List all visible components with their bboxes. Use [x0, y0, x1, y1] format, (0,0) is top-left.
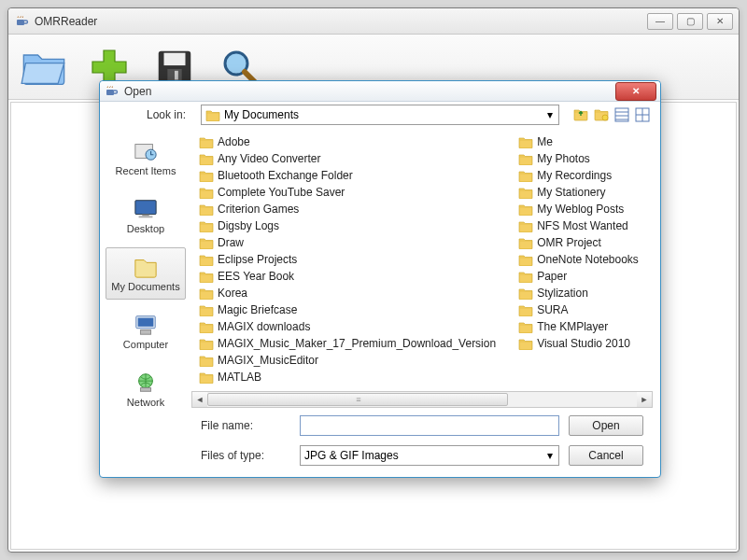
file-type-select[interactable]: JPG & GIF Images ▾ — [300, 445, 559, 466]
folder-name: Bluetooth Exchange Folder — [218, 169, 353, 182]
folder-item[interactable]: MATLAB — [199, 369, 496, 385]
folder-name: NFS Most Wanted — [537, 219, 628, 232]
look-in-select[interactable]: My Documents ▾ — [201, 105, 559, 125]
folder-icon — [199, 152, 214, 165]
folder-name: Draw — [218, 236, 244, 249]
folder-item[interactable]: My Stationery — [518, 184, 639, 201]
place-my-documents[interactable]: My Documents — [106, 247, 186, 300]
folder-item[interactable]: Any Video Converter — [199, 150, 496, 167]
folder-icon — [518, 270, 533, 283]
folder-item[interactable]: MAGIX_MusicEditor — [199, 352, 496, 369]
place-label: Computer — [123, 339, 168, 350]
folder-item[interactable]: OMR Project — [518, 234, 639, 251]
folder-name: Adobe — [218, 135, 250, 148]
folder-item[interactable]: Draw — [199, 234, 496, 251]
place-desktop[interactable]: Desktop — [106, 189, 186, 242]
place-network[interactable]: Network — [106, 363, 186, 415]
details-view-icon[interactable] — [634, 106, 651, 123]
folder-item[interactable]: My Recordings — [518, 167, 639, 184]
folder-name: Magic Briefcase — [218, 303, 297, 316]
place-computer[interactable]: Computer — [106, 305, 186, 357]
file-list[interactable]: AdobeAny Video ConverterBluetooth Exchan… — [191, 130, 653, 389]
folder-icon — [199, 236, 214, 249]
folder-name: MAGIX_MusicEditor — [218, 354, 318, 367]
folder-item[interactable]: The KMPlayer — [518, 318, 639, 335]
place-recent-items[interactable]: Recent Items — [106, 132, 186, 184]
folder-name: MATLAB — [218, 371, 261, 384]
folder-name: My Weblog Posts — [537, 203, 624, 216]
svg-point-7 — [602, 115, 608, 120]
scroll-left-arrow[interactable]: ◄ — [192, 392, 207, 407]
new-folder-icon[interactable] — [593, 106, 610, 123]
folder-icon — [518, 253, 533, 266]
minimize-button[interactable]: — — [647, 13, 673, 30]
folder-name: Complete YouTube Saver — [218, 186, 345, 199]
folder-item[interactable]: Bluetooth Exchange Folder — [199, 167, 496, 184]
scroll-right-arrow[interactable]: ► — [637, 392, 652, 407]
maximize-button[interactable]: ▢ — [677, 13, 703, 30]
folder-name: Stylization — [537, 287, 588, 300]
java-icon — [104, 84, 119, 99]
scroll-thumb[interactable] — [207, 393, 508, 406]
folder-icon — [518, 337, 533, 350]
folder-item[interactable]: OneNote Notebooks — [518, 251, 639, 268]
folder-name: Me — [537, 135, 553, 148]
folder-name: Korea — [218, 287, 247, 300]
folder-icon — [518, 287, 533, 300]
close-button[interactable]: ✕ — [707, 13, 733, 30]
cancel-button[interactable]: Cancel — [569, 445, 643, 466]
up-folder-icon[interactable] — [572, 106, 589, 123]
dialog-close-button[interactable]: ✕ — [615, 82, 656, 101]
folder-item[interactable]: Eclipse Projects — [199, 251, 496, 268]
folder-item[interactable]: NFS Most Wanted — [518, 217, 639, 234]
open-folder-toolbar-button[interactable] — [16, 39, 72, 95]
my-documents-icon — [132, 255, 160, 279]
svg-rect-2 — [164, 52, 186, 64]
list-view-icon[interactable] — [613, 106, 630, 123]
folder-icon — [518, 169, 533, 182]
svg-rect-18 — [142, 215, 148, 217]
folder-item[interactable]: Adobe — [199, 133, 496, 150]
look-in-value: My Documents — [224, 108, 299, 121]
folder-name: Visual Studio 2010 — [537, 337, 630, 350]
folder-item[interactable]: Complete YouTube Saver — [199, 184, 496, 201]
folder-item[interactable]: Criterion Games — [199, 201, 496, 217]
folder-icon — [518, 303, 533, 316]
main-titlebar: OMRReader — ▢ ✕ — [8, 8, 739, 35]
folder-item[interactable]: Korea — [199, 285, 496, 301]
places-bar: Recent ItemsDesktopMy DocumentsComputerN… — [100, 128, 191, 477]
folder-name: Eclipse Projects — [218, 253, 297, 266]
open-button[interactable]: Open — [569, 415, 643, 436]
folder-icon — [199, 320, 214, 333]
folder-name: My Stationery — [537, 186, 605, 199]
folder-item[interactable]: MAGIX downloads — [199, 318, 496, 335]
folder-name: EES Year Book — [218, 270, 294, 283]
folder-icon — [199, 270, 214, 283]
folder-item[interactable]: SURA — [518, 301, 639, 318]
horizontal-scrollbar[interactable]: ◄ ► — [191, 391, 653, 408]
folder-icon — [199, 186, 214, 199]
folder-item[interactable]: MAGIX_Music_Maker_17_Premium_Download_Ve… — [199, 335, 496, 352]
folder-icon — [199, 253, 214, 266]
network-icon — [132, 371, 160, 395]
folder-item[interactable]: Magic Briefcase — [199, 301, 496, 318]
folder-item[interactable]: My Photos — [518, 150, 639, 167]
folder-name: The KMPlayer — [537, 320, 608, 333]
folder-item[interactable]: My Weblog Posts — [518, 201, 639, 217]
folder-item[interactable]: Visual Studio 2010 — [518, 335, 639, 352]
look-in-label: Look in: — [109, 108, 193, 121]
folder-item[interactable]: Me — [518, 133, 639, 150]
recent-items-icon — [132, 139, 160, 163]
folder-item[interactable]: Stylization — [518, 285, 639, 301]
folder-item[interactable]: Digsby Logs — [199, 217, 496, 234]
folder-item[interactable]: Paper — [518, 268, 639, 285]
folder-name: Criterion Games — [218, 203, 299, 216]
place-label: Network — [127, 397, 164, 408]
file-name-input[interactable] — [300, 415, 559, 436]
folder-icon — [518, 186, 533, 199]
file-name-label: File name: — [201, 419, 290, 432]
folder-item[interactable]: EES Year Book — [199, 268, 496, 285]
folder-icon — [199, 337, 214, 350]
folder-name: Digsby Logs — [218, 219, 279, 232]
open-dialog: Open ✕ Look in: My Documents ▾ Recent It… — [99, 80, 661, 478]
